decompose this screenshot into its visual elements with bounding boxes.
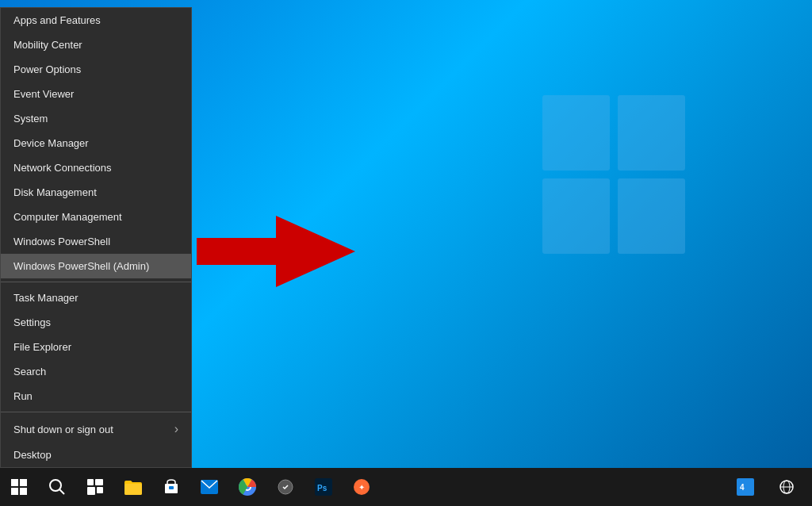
menu-item-apps-features[interactable]: Apps and Features — [1, 8, 191, 33]
svg-text:✦: ✦ — [358, 483, 365, 492]
svg-rect-5 — [11, 479, 18, 486]
menu-item-label-search: Search — [13, 366, 46, 378]
svg-rect-14 — [97, 487, 103, 493]
menu-item-label-task-manager: Task Manager — [13, 292, 79, 304]
svg-text:4: 4 — [740, 483, 745, 492]
svg-rect-11 — [87, 479, 94, 485]
taskbar: Ps ✦ 4 — [0, 468, 812, 506]
menu-item-windows-powershell[interactable]: Windows PowerShell — [1, 229, 191, 254]
menu-item-settings[interactable]: Settings — [1, 310, 191, 335]
menu-item-mobility-center[interactable]: Mobility Center — [1, 33, 191, 57]
menu-item-label-mobility-center: Mobility Center — [13, 39, 82, 51]
svg-rect-1 — [618, 95, 685, 171]
menu-item-windows-powershell-admin[interactable]: Windows PowerShell (Admin) — [1, 254, 191, 278]
menu-item-computer-management[interactable]: Computer Management — [1, 205, 191, 229]
svg-rect-6 — [20, 479, 27, 486]
svg-rect-2 — [542, 178, 610, 254]
svg-line-10 — [59, 489, 64, 494]
task-view-button[interactable] — [76, 468, 114, 506]
menu-item-search[interactable]: Search — [1, 359, 191, 384]
chrome-taskbar[interactable] — [228, 468, 266, 506]
svg-rect-0 — [542, 95, 610, 171]
svg-rect-12 — [95, 479, 103, 485]
menu-item-label-system: System — [13, 113, 48, 125]
menu-separator — [1, 282, 191, 282]
menu-item-task-manager[interactable]: Task Manager — [1, 286, 191, 310]
menu-item-network-connections[interactable]: Network Connections — [1, 155, 191, 180]
menu-item-event-viewer[interactable]: Event Viewer — [1, 82, 191, 106]
menu-item-label-run: Run — [13, 390, 33, 402]
svg-point-9 — [50, 480, 61, 491]
svg-rect-17 — [169, 486, 174, 489]
taskbar-right: 4 — [726, 468, 812, 506]
menu-item-shut-down-sign-out[interactable]: Shut down or sign out› — [1, 416, 191, 443]
menu-item-label-disk-management: Disk Management — [13, 186, 97, 198]
menu-item-label-power-options: Power Options — [13, 63, 81, 75]
menu-item-label-network-connections: Network Connections — [13, 162, 112, 174]
menu-item-label-file-explorer: File Explorer — [13, 341, 71, 353]
menu-item-power-options[interactable]: Power Options — [1, 57, 191, 82]
context-menu: Apps and FeaturesMobility CenterPower Op… — [0, 7, 192, 468]
svg-rect-7 — [11, 488, 18, 495]
menu-item-disk-management[interactable]: Disk Management — [1, 180, 191, 205]
svg-marker-4 — [197, 216, 355, 287]
red-arrow — [197, 216, 355, 290]
menu-item-system[interactable]: System — [1, 106, 191, 131]
app1-taskbar[interactable] — [266, 468, 304, 506]
file-explorer-taskbar[interactable] — [114, 468, 152, 506]
svg-rect-15 — [124, 484, 142, 495]
menu-item-file-explorer[interactable]: File Explorer — [1, 335, 191, 359]
start-button[interactable] — [0, 468, 38, 506]
search-button[interactable] — [38, 468, 76, 506]
menu-item-label-shut-down-sign-out: Shut down or sign out — [13, 424, 113, 435]
mail-taskbar[interactable] — [190, 468, 228, 506]
photoshop-taskbar[interactable]: Ps — [304, 468, 343, 506]
store-taskbar[interactable] — [152, 468, 190, 506]
svg-rect-8 — [20, 488, 27, 495]
menu-item-label-windows-powershell-admin: Windows PowerShell (Admin) — [13, 260, 149, 272]
menu-item-label-apps-features: Apps and Features — [13, 14, 101, 26]
network-tray-icon[interactable] — [768, 468, 806, 506]
app2-taskbar[interactable]: ✦ — [343, 468, 381, 506]
menu-item-desktop[interactable]: Desktop — [1, 443, 191, 467]
menu-separator — [1, 412, 191, 412]
menu-item-label-event-viewer: Event Viewer — [13, 88, 74, 100]
menu-item-device-manager[interactable]: Device Manager — [1, 131, 191, 155]
svg-text:Ps: Ps — [317, 484, 327, 493]
svg-rect-13 — [87, 487, 95, 495]
windows-logo — [542, 95, 685, 254]
menu-item-label-device-manager: Device Manager — [13, 137, 89, 149]
desktop: Apps and FeaturesMobility CenterPower Op… — [0, 0, 812, 506]
menu-item-label-desktop: Desktop — [13, 449, 52, 461]
menu-item-run[interactable]: Run — [1, 384, 191, 408]
submenu-arrow-shut-down-sign-out: › — [174, 422, 178, 436]
menu-item-label-computer-management: Computer Management — [13, 211, 122, 223]
menu-item-label-windows-powershell: Windows PowerShell — [13, 236, 110, 247]
svg-rect-3 — [618, 178, 685, 254]
menu-item-label-settings: Settings — [13, 316, 51, 328]
notification-badge-container[interactable]: 4 — [726, 468, 764, 506]
